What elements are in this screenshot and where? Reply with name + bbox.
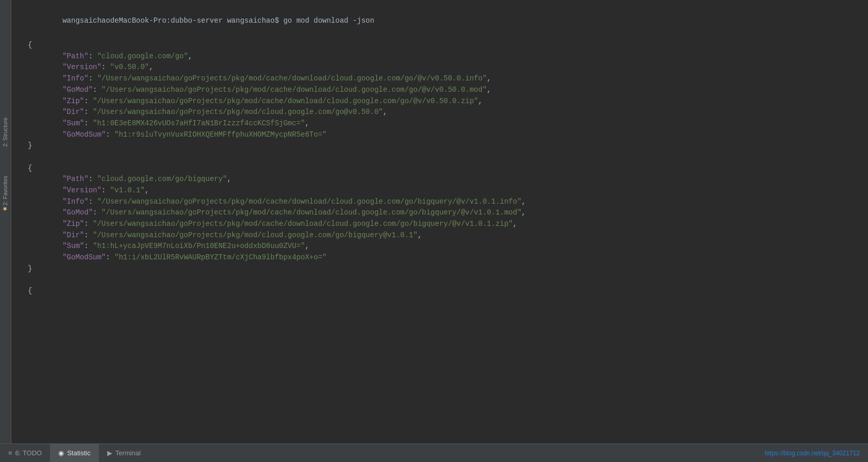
json-entry-line: "Sum": "h1:hL+ycaJpVE9M7nLoiXb/Pn10ENE2u… [28, 241, 858, 252]
structure-label: 2: Structure [2, 118, 8, 147]
json-open-brace: { [28, 163, 858, 174]
todo-tab[interactable]: ≡ 6: TODO [0, 444, 50, 462]
json-entry-line: "Dir": "/Users/wangsaichao/goProjects/pk… [28, 230, 858, 241]
url-link[interactable]: https://blog.csdn.net/qq_34021712 [765, 450, 868, 457]
json-entry-line: "Dir": "/Users/wangsaichao/goProjects/pk… [28, 107, 858, 118]
terminal-tab[interactable]: ▶ Terminal [99, 444, 149, 462]
json-partial-brace: { [28, 286, 858, 297]
json-entry-line: "Version": "v0.50.0", [28, 62, 858, 73]
json-entry-line: "GoModSum": "h1:r9sluTvynVuxRIOHXQEHMFff… [28, 129, 858, 141]
json-entry-line: "Info": "/Users/wangsaichao/goProjects/p… [28, 196, 858, 208]
json-spacer [28, 275, 858, 286]
json-entry-line: "Path": "cloud.google.com/go/bigquery", [28, 174, 858, 185]
todo-icon: ≡ [8, 449, 12, 457]
json-entry-line: "GoMod": "/Users/wangsaichao/goProjects/… [28, 85, 858, 96]
json-close-brace: } [28, 140, 858, 152]
prompt-line: wangsaichaodeMacBook-Pro:dubbo-server wa… [28, 4, 858, 38]
statistic-icon: ◉ [58, 449, 64, 457]
structure-panel-item[interactable]: 2: Structure [0, 113, 11, 151]
url-text: https://blog.csdn.net/qq_34021712 [765, 450, 860, 457]
json-entry-line: "Info": "/Users/wangsaichao/goProjects/p… [28, 73, 858, 85]
json-entry-line: "Version": "v1.0.1", [28, 185, 858, 196]
todo-label: 6: TODO [15, 449, 42, 457]
favorites-label: 2: Favorites [2, 176, 8, 205]
json-entry-line: "Zip": "/Users/wangsaichao/goProjects/pk… [28, 219, 858, 230]
statusbar-left: ≡ 6: TODO ◉ Statistic ▶ Terminal [0, 444, 149, 462]
json-entry-line: "Sum": "h1:0E3eE8MX426vUOs7aHfI7aN1BrIzz… [28, 118, 858, 129]
terminal-label: Terminal [115, 449, 141, 457]
json-entry-line: "GoMod": "/Users/wangsaichao/goProjects/… [28, 207, 858, 219]
statistic-label: Statistic [67, 449, 91, 457]
terminal-output: wangsaichaodeMacBook-Pro:dubbo-server wa… [11, 0, 868, 443]
statusbar: ≡ 6: TODO ◉ Statistic ▶ Terminal https:/… [0, 443, 868, 462]
star-icon: ★ [2, 205, 9, 212]
side-panel: 2: Structure ★ 2: Favorites [0, 0, 11, 443]
prompt-text: wangsaichaodeMacBook-Pro:dubbo-server wa… [62, 16, 374, 25]
json-entry-line: "GoModSum": "h1:i/xbL2UlR5RvWAURpBYZTtm/… [28, 252, 858, 263]
json-output: { "Path": "cloud.google.com/go", "Versio… [28, 40, 858, 297]
json-entry-line: "Zip": "/Users/wangsaichao/goProjects/pk… [28, 96, 858, 107]
statistic-tab[interactable]: ◉ Statistic [50, 444, 99, 462]
favorites-panel-item[interactable]: ★ 2: Favorites [0, 172, 11, 217]
json-spacer [28, 152, 858, 163]
json-entry-line: "Path": "cloud.google.com/go", [28, 51, 858, 62]
terminal-icon: ▶ [107, 449, 112, 457]
json-close-brace: } [28, 263, 858, 275]
json-open-brace: { [28, 40, 858, 51]
